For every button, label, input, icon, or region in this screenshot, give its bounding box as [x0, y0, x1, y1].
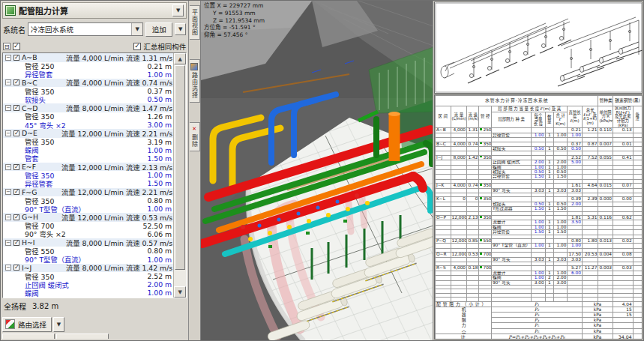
column-header: 局 部 阻 力 当 量 长 度 ℓ'(m) 及 其	[491, 106, 568, 112]
table-cell: 0.000	[598, 197, 613, 202]
side-tab-平面视图[interactable]: 平面视图	[190, 5, 200, 40]
collapse-icon[interactable]: −	[5, 240, 11, 246]
clipped-button-2[interactable]	[56, 334, 109, 339]
table-cell	[633, 301, 642, 307]
column-header: 区间阻力 R(ℓ+ℓ') 及至此累计阻力 (kPa)	[613, 106, 633, 128]
value-cell: 15	[613, 307, 633, 312]
column-header: 合 计 ℓ' K(m)	[553, 112, 567, 127]
value-cell: 4.04	[613, 301, 633, 307]
scrollbar-thumb[interactable]	[175, 65, 185, 270]
column-header: 管 径	[479, 106, 491, 128]
table-cell	[633, 328, 642, 334]
cell-marker-icon	[480, 156, 482, 158]
table-cell: 0.015	[598, 184, 613, 188]
route-dropdown-button[interactable]: ▼	[53, 317, 64, 332]
segment-checkbox[interactable]	[13, 79, 19, 85]
formula-cell: P₃	[491, 313, 582, 318]
segment-checkbox[interactable]	[13, 265, 19, 271]
total-value: 34.04	[613, 334, 633, 340]
cell-marker-icon	[480, 216, 482, 218]
collapse-icon[interactable]: −	[5, 189, 11, 195]
table-cell	[633, 313, 642, 318]
formula-cell: P₁	[491, 301, 582, 307]
side-tab-label: 平面视图	[190, 9, 199, 36]
collapse-icon[interactable]: −	[5, 164, 11, 170]
formula-cell: P₆	[491, 328, 582, 334]
route-select-button[interactable]: 路由选择	[2, 317, 52, 332]
total-head-label: 全扬程	[4, 301, 26, 312]
table-cell: 0.85	[467, 239, 479, 244]
unit-cell: kPa	[582, 301, 613, 307]
system-name-combobox[interactable]: 冷冻回水系统 ▼	[28, 22, 143, 36]
segment-checkbox[interactable]	[13, 105, 19, 111]
panel-menu-button[interactable]: ▼	[172, 4, 184, 16]
cell-marker-icon	[480, 142, 482, 145]
detail-value: 2.52 m	[147, 272, 172, 280]
collapse-icon[interactable]: −	[5, 105, 11, 111]
segment-checkbox[interactable]	[13, 130, 19, 136]
cell-marker-icon	[480, 266, 482, 268]
add-dropdown-button[interactable]: ▼	[175, 23, 186, 35]
unit-cell: kPa	[582, 328, 613, 334]
pipe-subtotal-label: 配 管 阻 力 （ 小 计 ）	[436, 301, 492, 307]
table-cell: 4,000	[451, 266, 467, 271]
viewport-3d[interactable]: 位置 X = 229727 mm Y = 91553 mm Z = 121.95…	[201, 1, 433, 340]
readout-line: 仰角 = 57.456 °	[204, 31, 265, 39]
add-system-button[interactable]: 追加	[145, 22, 172, 37]
detail-value: 0.80 m	[147, 247, 172, 255]
check-all-checkbox[interactable]	[13, 43, 20, 50]
side-tab-strip: 平面视图路由选择✕删除	[189, 1, 201, 340]
merge-same-label: 汇总相同构件	[143, 41, 186, 52]
table-cell: 0.18	[467, 266, 479, 271]
segment-checkbox[interactable]	[13, 240, 19, 246]
combobox-arrow-icon[interactable]: ▼	[131, 23, 142, 35]
table-cell: 4,000	[451, 142, 467, 146]
unit-cell: kPa	[582, 318, 613, 323]
clipped-toolbar	[2, 334, 187, 339]
merge-same-checkbox[interactable]	[133, 43, 141, 50]
scroll-up-icon[interactable]: ▲	[174, 53, 186, 64]
dia-cell: 700	[479, 253, 491, 257]
dia-cell: 350	[479, 216, 491, 220]
table-cell: 0.007	[598, 142, 613, 146]
calc-sheet: 水管水力计算-冷冻回水系统管种类碳素钢管(黑)区 间流 量 (L/min)流 速…	[434, 94, 643, 340]
collapse-icon[interactable]: −	[5, 214, 11, 220]
table-cell: 11.27	[582, 266, 598, 271]
route-row: 路由选择 ▼	[2, 313, 187, 334]
total-head-value: 3.82 m	[32, 302, 58, 310]
system-row: 系统名 冷冻回水系统 ▼ 追加 ▼	[2, 19, 187, 40]
detail-value: 3.19 m	[147, 138, 172, 146]
table-cell: 2.13	[467, 216, 479, 220]
side-tab-删除[interactable]: ✕删除	[190, 122, 200, 151]
column-header: 备 注	[633, 106, 642, 128]
table-cell: 0.004	[598, 253, 613, 257]
collapse-all-button[interactable]: ⊟	[3, 43, 10, 50]
table-cell: 0.74	[467, 142, 479, 146]
segment-checkbox[interactable]	[13, 189, 19, 195]
total-label: 计	[436, 334, 492, 340]
sheet-title: 水管水力计算-冷冻回水系统	[436, 96, 598, 106]
table-cell: 12,000	[451, 253, 467, 257]
collapse-icon[interactable]: −	[5, 265, 11, 271]
segment-checkbox[interactable]	[13, 55, 19, 61]
column-header: 区 间	[436, 106, 451, 128]
detail-value: 0.21 m	[147, 62, 172, 70]
readout-line: 方位角 = -51.591 °	[204, 24, 265, 31]
cell-marker-icon	[480, 253, 482, 255]
column-header: 每个当量 长 度	[532, 112, 545, 127]
segment-checkbox[interactable]	[13, 164, 19, 170]
segment-checkbox[interactable]	[13, 214, 19, 220]
side-tab-路由选择[interactable]: 路由选择	[190, 59, 200, 103]
side-tab-label: 删除	[190, 134, 199, 148]
clipped-button-1[interactable]	[2, 334, 55, 339]
column-header: 数 量	[545, 112, 553, 127]
collapse-icon[interactable]: −	[5, 130, 11, 136]
cell-marker-icon	[480, 239, 482, 241]
scroll-down-icon[interactable]: ▼	[174, 286, 186, 298]
collapse-icon[interactable]: −	[5, 55, 11, 61]
segment-detail-row[interactable]: 软接头0.50 m	[3, 297, 174, 298]
collapse-icon[interactable]: −	[5, 79, 11, 85]
list-scrollbar[interactable]: ▲ ▼	[173, 53, 186, 298]
scene-3d[interactable]	[201, 1, 433, 340]
table-cell: 0.110	[598, 128, 613, 133]
